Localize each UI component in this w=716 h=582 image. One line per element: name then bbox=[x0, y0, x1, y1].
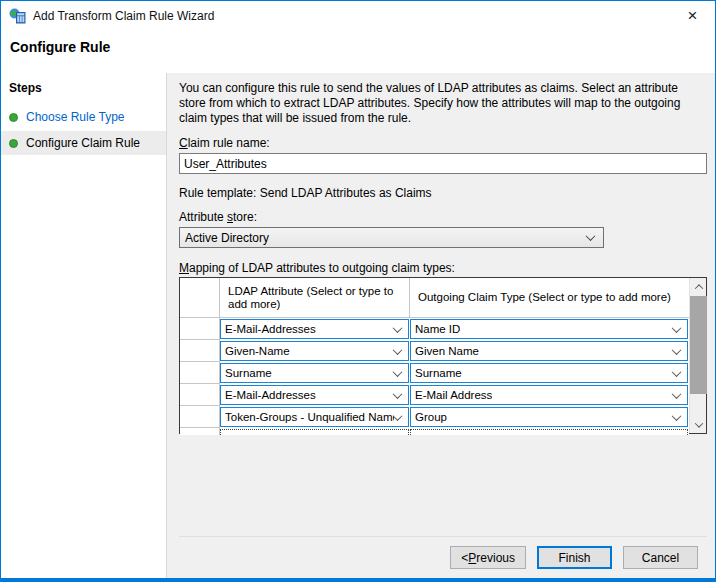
heading-area: Configure Rule bbox=[1, 31, 715, 73]
cancel-button[interactable]: Cancel bbox=[623, 546, 698, 569]
row-selector[interactable] bbox=[180, 318, 220, 340]
attribute-store-select[interactable]: Active Directory bbox=[179, 227, 604, 248]
chevron-down-icon bbox=[672, 411, 682, 421]
chevron-down-icon bbox=[672, 345, 682, 355]
scroll-down-icon[interactable] bbox=[690, 416, 707, 433]
steps-title: Steps bbox=[1, 79, 166, 105]
ldap-attribute-select[interactable]: E-Mail-Addresses bbox=[220, 319, 409, 339]
ldap-attribute-column-header: LDAP Attribute (Select or type to add mo… bbox=[220, 278, 410, 317]
table-row: E-Mail-Addresses Name ID bbox=[180, 318, 689, 340]
chevron-down-icon bbox=[672, 323, 682, 333]
rule-description: You can configure this rule to send the … bbox=[179, 81, 707, 126]
step-bullet-icon bbox=[9, 113, 18, 122]
outgoing-claim-select[interactable]: Name ID bbox=[410, 319, 688, 339]
chevron-down-icon bbox=[672, 367, 682, 377]
claim-rule-name-input[interactable] bbox=[179, 153, 707, 174]
scrollbar-thumb[interactable] bbox=[690, 296, 707, 394]
title-bar: Add Transform Claim Rule Wizard × bbox=[1, 1, 715, 31]
ldap-attribute-select[interactable]: E-Mail-Addresses bbox=[220, 385, 409, 405]
table-row: E-Mail-Addresses E-Mail Address bbox=[180, 384, 689, 406]
ldap-attribute-select[interactable]: Given-Name bbox=[220, 341, 409, 361]
window-bottom-border bbox=[1, 578, 715, 581]
claim-rule-name-label: Claim rule name: bbox=[179, 136, 707, 150]
step-configure-claim-rule[interactable]: Configure Claim Rule bbox=[1, 131, 166, 155]
chevron-down-icon bbox=[393, 323, 403, 333]
outgoing-claim-column-header: Outgoing Claim Type (Select or type to a… bbox=[410, 278, 689, 317]
step-choose-rule-type[interactable]: Choose Rule Type bbox=[1, 105, 166, 129]
finish-button[interactable]: Finish bbox=[537, 546, 612, 569]
row-selector[interactable] bbox=[180, 340, 220, 362]
table-scrollbar[interactable] bbox=[689, 278, 706, 433]
row-selector-header bbox=[180, 278, 220, 317]
page-title: Configure Rule bbox=[10, 39, 715, 55]
previous-button[interactable]: < Previous bbox=[450, 546, 526, 569]
row-selector[interactable] bbox=[180, 406, 220, 428]
ldap-attribute-select[interactable]: Token-Groups - Unqualified Names bbox=[220, 407, 409, 427]
content-pane: You can configure this rule to send the … bbox=[167, 73, 715, 578]
outgoing-claim-select[interactable]: Group bbox=[410, 407, 688, 427]
steps-panel: Steps Choose Rule Type Configure Claim R… bbox=[1, 73, 167, 578]
chevron-down-icon bbox=[393, 367, 403, 377]
mapping-table: LDAP Attribute (Select or type to add mo… bbox=[179, 277, 707, 434]
chevron-down-icon bbox=[393, 345, 403, 355]
mapping-label: Mapping of LDAP attributes to outgoing c… bbox=[179, 261, 707, 275]
window-title: Add Transform Claim Rule Wizard bbox=[33, 9, 214, 23]
scroll-up-icon[interactable] bbox=[690, 278, 707, 295]
table-row: Given-Name Given Name bbox=[180, 340, 689, 362]
chevron-down-icon bbox=[393, 411, 403, 421]
rule-template-text: Rule template: Send LDAP Attributes as C… bbox=[179, 186, 707, 200]
close-icon[interactable]: × bbox=[670, 1, 715, 31]
table-header-row: LDAP Attribute (Select or type to add mo… bbox=[180, 278, 689, 318]
row-selector[interactable] bbox=[180, 384, 220, 406]
outgoing-claim-select[interactable]: Surname bbox=[410, 363, 688, 383]
attribute-store-label: Attribute store: bbox=[179, 210, 707, 224]
button-bar: < Previous Finish Cancel bbox=[179, 536, 707, 578]
content-spacer bbox=[179, 434, 707, 536]
adfs-app-icon bbox=[9, 8, 26, 24]
chevron-down-icon bbox=[393, 389, 403, 399]
chevron-down-icon bbox=[672, 389, 682, 399]
outgoing-claim-select[interactable]: E-Mail Address bbox=[410, 385, 688, 405]
outgoing-claim-select[interactable]: Given Name bbox=[410, 341, 688, 361]
wizard-window: Add Transform Claim Rule Wizard × Config… bbox=[0, 0, 716, 582]
table-row: Surname Surname bbox=[180, 362, 689, 384]
row-selector[interactable] bbox=[180, 362, 220, 384]
step-bullet-icon bbox=[9, 139, 18, 148]
chevron-down-icon bbox=[586, 231, 596, 241]
ldap-attribute-select[interactable]: Surname bbox=[220, 363, 409, 383]
table-row: Token-Groups - Unqualified Names Group bbox=[180, 406, 689, 428]
